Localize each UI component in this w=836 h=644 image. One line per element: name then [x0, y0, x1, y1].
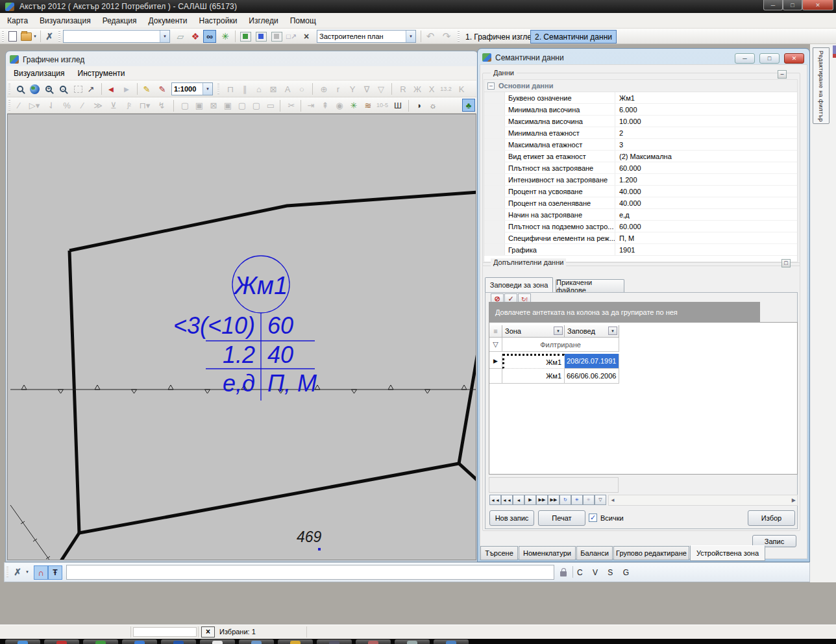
- tool-icon[interactable]: %: [60, 99, 73, 112]
- all-checkbox[interactable]: ✓: [589, 514, 597, 522]
- minimize-button[interactable]: ─: [763, 0, 783, 10]
- open-dropdown-arrow[interactable]: ▼: [32, 30, 38, 43]
- globe-icon[interactable]: [28, 82, 41, 95]
- row-selector-header[interactable]: ≡: [489, 325, 502, 338]
- nav-fast-forward-button[interactable]: ▶▶: [536, 495, 548, 505]
- lock-icon[interactable]: [560, 571, 567, 576]
- status-x-icon[interactable]: ×: [201, 626, 215, 638]
- tool-icon[interactable]: ◉: [333, 99, 346, 112]
- semantic-restore-button[interactable]: □: [759, 53, 780, 64]
- menu-item[interactable]: Настройки: [193, 14, 243, 28]
- tool-icon[interactable]: ⇃: [45, 99, 58, 112]
- property-section-header[interactable]: – Основни данни: [484, 80, 797, 92]
- nav-new-disabled-button[interactable]: ✳: [583, 495, 595, 505]
- property-value[interactable]: 1.200: [619, 176, 637, 184]
- tool-icon[interactable]: X: [425, 82, 438, 95]
- tool-icon[interactable]: ⇥: [304, 99, 317, 112]
- tool-icon[interactable]: ▢: [250, 99, 263, 112]
- green-star-icon[interactable]: ✳: [219, 30, 232, 43]
- dark-x-icon[interactable]: ×: [300, 30, 313, 43]
- semantic-close-button[interactable]: ✕: [784, 53, 804, 64]
- property-value[interactable]: Жм1: [619, 94, 635, 102]
- tool-icon[interactable]: ⊻: [107, 99, 120, 112]
- tool-icon[interactable]: R: [397, 82, 410, 95]
- nav-filter-button[interactable]: ▽: [595, 495, 606, 505]
- property-row[interactable]: Вид етикет за етажност (2) Максимална: [484, 151, 797, 162]
- order-filter-dropdown[interactable]: ▼: [608, 327, 617, 335]
- column-header-zone[interactable]: Зона▼: [502, 325, 565, 338]
- taskbar-item-app-green[interactable]: [83, 639, 118, 644]
- property-value[interactable]: 60.000: [619, 223, 641, 230]
- property-row[interactable]: Плътност на застрояване 60.000: [484, 162, 797, 174]
- tool-icon[interactable]: ↯: [155, 99, 168, 112]
- tool-icon[interactable]: ⊠: [207, 99, 220, 112]
- nav-new-button[interactable]: ✳: [571, 495, 583, 505]
- property-row[interactable]: Плътност на подземно застро... 60.000: [484, 221, 797, 232]
- tool-icon[interactable]: 10-5: [376, 99, 389, 112]
- edit-tools-icon[interactable]: ✗: [11, 565, 24, 578]
- all-checkbox-label[interactable]: Всички: [600, 514, 624, 522]
- taskbar-item-app-gray[interactable]: [395, 639, 430, 644]
- tree-icon[interactable]: ✳: [347, 99, 360, 112]
- row-selector[interactable]: [489, 369, 502, 384]
- property-row[interactable]: Максимална етажност 3: [484, 139, 797, 151]
- red-brush-icon[interactable]: ❖: [189, 30, 202, 43]
- nav-last-button[interactable]: ▶▶: [548, 495, 559, 505]
- taskbar-item-app-rose[interactable]: [356, 639, 391, 644]
- tool-icon[interactable]: K: [455, 82, 468, 95]
- snap-magnet-button[interactable]: ∩: [34, 565, 48, 580]
- tab-orders[interactable]: Заповеди за зона: [485, 277, 553, 292]
- forward-arrow-icon[interactable]: ►: [120, 82, 133, 95]
- green-box-icon[interactable]: [239, 30, 252, 43]
- property-value[interactable]: 40.000: [619, 188, 641, 195]
- property-row[interactable]: Процент на озеленяване 40.000: [484, 197, 797, 209]
- group-by-bar[interactable]: Довлачете антетката на колона за да груп…: [489, 302, 760, 322]
- bottom-tab-search[interactable]: Търсене: [480, 546, 518, 560]
- property-value[interactable]: 2: [619, 129, 623, 137]
- semantic-minimize-button[interactable]: ─: [735, 53, 755, 64]
- zone-filter-dropdown[interactable]: ▼: [554, 327, 563, 335]
- grid-cell-order[interactable]: 666/06.06.2006: [565, 369, 619, 384]
- edit-tools-dropdown[interactable]: ▼: [24, 565, 31, 578]
- nav-refresh-button[interactable]: ↻: [559, 495, 571, 505]
- menu-item[interactable]: Инструменти: [71, 66, 132, 80]
- bottom-tab-group-edit[interactable]: Групово редактиране: [613, 546, 689, 560]
- taskbar-item-app-dark[interactable]: [317, 639, 352, 644]
- graphic-view-button[interactable]: 1. Графичен изглед: [461, 30, 540, 43]
- bottom-tab-balances[interactable]: Баланси: [576, 546, 613, 560]
- grid-cell-zone[interactable]: Жм1: [502, 369, 565, 384]
- tab-attachments[interactable]: Прикачени файлове: [556, 279, 624, 292]
- brightness-icon[interactable]: ☼: [426, 99, 439, 112]
- tool-icon[interactable]: A: [281, 82, 294, 95]
- additional-group-maximize-button[interactable]: □: [781, 259, 791, 267]
- property-value[interactable]: 60.000: [619, 164, 641, 172]
- graphic-window-titlebar[interactable]: Графичен изглед: [7, 53, 476, 66]
- redo-icon[interactable]: ↷: [440, 30, 453, 43]
- menu-item[interactable]: Помощ: [284, 14, 322, 28]
- measure-arrow-icon[interactable]: ↗: [84, 82, 97, 95]
- nav-next-button[interactable]: ▶: [524, 495, 536, 505]
- tool-icon[interactable]: ʃ²: [123, 99, 136, 112]
- horizontal-scrollbar[interactable]: ◄ ▶: [608, 495, 798, 506]
- tool-icon[interactable]: ∥: [238, 82, 251, 95]
- tool-icon[interactable]: ▣: [193, 99, 206, 112]
- select-button[interactable]: Избор: [748, 510, 795, 526]
- print-button[interactable]: Печат: [538, 510, 585, 526]
- map-canvas[interactable]: Жм1 <3(<10) 60 1.2 40 е,д П, М 469: [7, 114, 476, 560]
- tool-icon[interactable]: ▢: [178, 99, 191, 112]
- property-row[interactable]: Специфични елементи на реж... П, М: [484, 232, 797, 244]
- tool-icon[interactable]: ▭: [264, 99, 277, 112]
- filter-editor-tab[interactable]: Редактиране на филтър: [813, 47, 830, 124]
- tool-icon[interactable]: Ж: [411, 82, 424, 95]
- contrast-icon[interactable]: ◑: [412, 99, 425, 112]
- property-row[interactable]: Процент на усвояване 40.000: [484, 186, 797, 197]
- vegetation-icon[interactable]: ♣: [462, 99, 475, 112]
- new-record-button[interactable]: Нов запис: [489, 510, 534, 526]
- bottom-tab-nomenclatures[interactable]: Номенклатури: [519, 546, 576, 560]
- undo-icon[interactable]: ↶: [424, 30, 437, 43]
- property-value[interactable]: е,д: [619, 211, 630, 219]
- semantic-view-button[interactable]: 2. Семантични данни: [530, 30, 617, 43]
- new-document-icon[interactable]: [6, 30, 19, 43]
- blue-box-icon[interactable]: [254, 30, 267, 43]
- layer-combobox[interactable]: ▼: [63, 30, 170, 43]
